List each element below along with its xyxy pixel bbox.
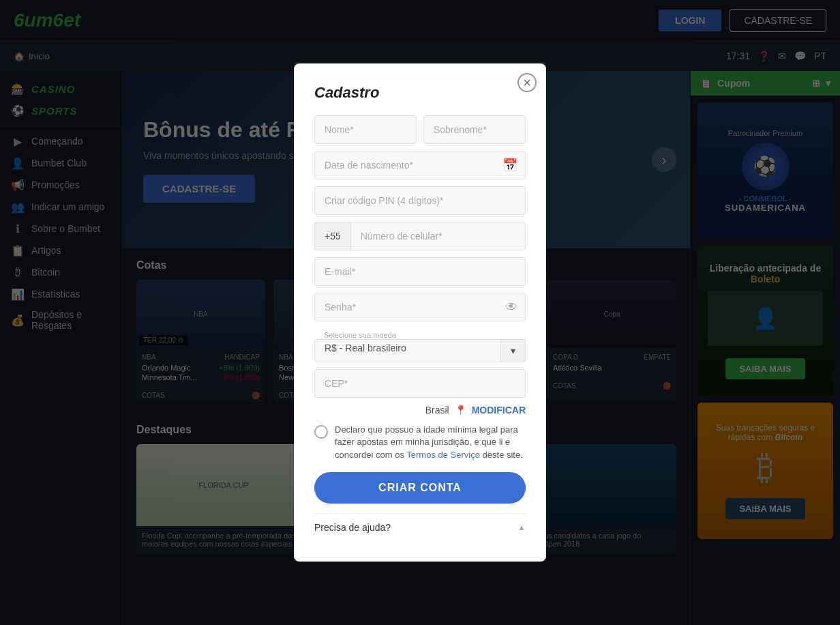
form-row-pin <box>314 186 526 215</box>
modal-title: Cadastro <box>314 84 526 102</box>
email-group <box>314 257 526 286</box>
terms-checkbox-row: Declaro que possuo a idade mínima legal … <box>314 424 526 461</box>
ajuda-chevron-up-icon: ▲ <box>518 523 526 532</box>
location-country: Brasil <box>425 405 449 416</box>
moeda-dropdown-arrow[interactable]: ▾ <box>501 339 526 362</box>
moeda-label: Selecione sua moeda <box>314 328 526 339</box>
form-row-phone: +55 <box>314 222 526 250</box>
location-row: Brasil 📍 MODIFICAR <box>314 405 526 416</box>
location-modify-button[interactable]: MODIFICAR <box>472 405 526 416</box>
pin-group <box>314 186 526 215</box>
nome-group <box>314 115 417 144</box>
location-pin-icon: 📍 <box>455 405 466 416</box>
nascimento-group: 📅 <box>314 151 526 179</box>
email-input[interactable] <box>314 257 526 286</box>
form-row-cep <box>314 369 526 398</box>
terms-link[interactable]: Termos de Serviço <box>406 450 480 460</box>
form-row-senha: 👁 <box>314 293 526 321</box>
password-toggle-icon[interactable]: 👁 <box>505 300 518 315</box>
form-row-name <box>314 115 526 144</box>
criar-conta-button[interactable]: CRIAR CONTA <box>314 472 526 504</box>
nascimento-input[interactable] <box>314 151 526 179</box>
modal-overlay: Cadastro × 📅 +55 <box>0 0 840 625</box>
calendar-icon: 📅 <box>502 158 518 173</box>
senha-input[interactable] <box>314 293 526 321</box>
terms-text: Declaro que possuo a idade mínima legal … <box>335 424 526 461</box>
ajuda-row[interactable]: Precisa de ajuda? ▲ <box>314 513 526 541</box>
cep-group <box>314 369 526 398</box>
moeda-select-row: R$ - Real brasileiro ▾ <box>314 339 526 362</box>
modal-close-button[interactable]: × <box>518 73 537 92</box>
terms-checkbox[interactable] <box>314 425 328 439</box>
cep-input[interactable] <box>314 369 526 398</box>
registration-modal: Cadastro × 📅 +55 <box>294 63 546 562</box>
pin-input[interactable] <box>314 186 526 215</box>
moeda-select[interactable]: R$ - Real brasileiro <box>314 339 501 362</box>
phone-prefix: +55 <box>314 222 350 250</box>
ajuda-label: Precisa de ajuda? <box>314 522 391 533</box>
form-row-moeda: Selecione sua moeda R$ - Real brasileiro… <box>314 328 526 362</box>
form-row-email <box>314 257 526 286</box>
form-row-nascimento: 📅 <box>314 151 526 179</box>
nome-input[interactable] <box>314 115 417 144</box>
sobrenome-input[interactable] <box>423 115 526 144</box>
sobrenome-group <box>423 115 526 144</box>
phone-input[interactable] <box>350 222 526 250</box>
senha-group: 👁 <box>314 293 526 321</box>
